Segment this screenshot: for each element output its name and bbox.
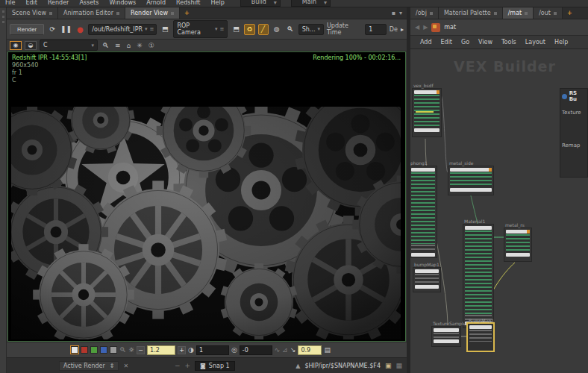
settings-icon[interactable]: ✳ xyxy=(135,42,144,49)
camera-selector[interactable]: ROP Camera▾≡ xyxy=(173,20,228,38)
node-bumpmap2-selected[interactable]: BumpMap1 xyxy=(466,322,495,352)
lightbulb-icon[interactable]: ◍ xyxy=(272,24,282,35)
mat-context-icon xyxy=(431,23,440,32)
shelf-main-select[interactable]: Main▾ xyxy=(291,0,331,7)
channel-selector[interactable]: C▾ xyxy=(40,40,98,51)
menu-file[interactable]: File xyxy=(0,0,20,7)
menu-add[interactable]: Add xyxy=(416,39,436,46)
close-icon[interactable]: ✕ xyxy=(123,363,128,369)
region-render-icon[interactable]: ╱ xyxy=(258,24,269,35)
tab-out[interactable]: /out xyxy=(534,7,563,19)
color-display-toggle[interactable]: ◉ xyxy=(10,41,22,50)
node-metal-side[interactable]: metal_side xyxy=(448,166,494,195)
home-view-icon[interactable]: ⌂ xyxy=(125,42,133,49)
tab-animation-editor[interactable]: Animation Editor xyxy=(58,7,125,19)
shader-button[interactable]: Sh...▾ xyxy=(298,24,324,35)
snap-next-icon[interactable]: + xyxy=(185,362,191,369)
rop-selector[interactable]: /out/Redshift_IPR▾≡ xyxy=(88,24,157,35)
breadcrumb-location[interactable]: mat xyxy=(444,24,456,31)
menu-layout[interactable]: Layout xyxy=(522,39,549,46)
list-icon[interactable]: ≡ xyxy=(113,42,122,49)
menu-help[interactable]: Help xyxy=(551,39,572,46)
channel-red-swatch[interactable] xyxy=(81,346,88,354)
pause-icon[interactable]: ❚❚ xyxy=(60,24,72,35)
chevron-right-icon[interactable]: ▸ xyxy=(401,26,404,33)
tab-obj[interactable]: /obj xyxy=(410,7,439,19)
render-toolbar: Render ⟳ ❚❚ ● /out/Redshift_IPR▾≡ ⬒ ROP … xyxy=(7,19,407,40)
tab-material-palette[interactable]: Material Palette xyxy=(439,7,503,19)
pane-menu-icon[interactable]: ▾ xyxy=(399,10,402,16)
node-phong[interactable]: phong1 xyxy=(410,166,437,258)
menu-view[interactable]: View xyxy=(475,39,496,46)
channel-green-swatch[interactable] xyxy=(90,346,98,354)
channel-blue-swatch[interactable] xyxy=(100,346,107,354)
grid-icon[interactable]: ▦ xyxy=(396,362,403,369)
lock-icon[interactable]: ▣ xyxy=(385,362,392,369)
node-badge-icon xyxy=(562,94,567,99)
node-metal-rs[interactable]: metal_rs xyxy=(504,228,532,262)
menu-redshift[interactable]: Redshift xyxy=(171,0,205,7)
node-texturesampler1[interactable]: TextureSampler1 xyxy=(431,326,461,347)
delay-label: De xyxy=(390,26,398,33)
exposure-increase-button[interactable]: + xyxy=(178,346,186,354)
pane-divider-rail[interactable] xyxy=(0,7,7,373)
main-menubar: File Edit Render Assets Windows Arnold R… xyxy=(0,0,588,7)
rop-jump-icon[interactable]: ⬒ xyxy=(160,24,170,35)
back-icon[interactable]: ◀ xyxy=(415,24,419,31)
ipr-update-icon[interactable]: ♻ xyxy=(244,24,254,35)
desktop-build-select[interactable]: Build▾ xyxy=(240,0,281,7)
new-tab-button[interactable]: + xyxy=(180,7,194,19)
network-graph[interactable]: VEX Builder vex_bsdf phong1 xyxy=(410,49,588,373)
exposure-decrease-button[interactable]: − xyxy=(137,346,145,354)
inspect-icon[interactable]: 🔍︎ xyxy=(119,346,126,354)
node-input-bar xyxy=(411,168,435,172)
channel-all-swatch[interactable] xyxy=(71,346,78,354)
menu-assets[interactable]: Assets xyxy=(74,0,104,7)
menu-edit[interactable]: Edit xyxy=(20,0,43,7)
magnify-icon[interactable]: 🔍︎ xyxy=(285,24,295,35)
refresh-icon[interactable]: ⟳ xyxy=(47,24,57,35)
menu-help[interactable]: Help xyxy=(206,0,230,7)
node-vex[interactable]: vex_bsdf xyxy=(412,88,442,137)
brightness-icon: ☼ xyxy=(128,346,134,354)
render-canvas[interactable]: Redshift IPR -14:55:43[1] 960x540 fr 1 C… xyxy=(7,51,406,342)
tab-mat[interactable]: /mat xyxy=(503,7,534,19)
menu-render[interactable]: Render xyxy=(43,0,74,7)
node-bumpmap1[interactable]: bumpMap1 xyxy=(413,267,441,292)
menu-edit[interactable]: Edit xyxy=(437,39,457,46)
contrast-input[interactable]: 1 xyxy=(196,345,229,355)
camera-jump-icon[interactable]: ⬒ xyxy=(231,24,241,35)
gamma-input[interactable]: 0.9 xyxy=(298,345,322,355)
node-material1[interactable]: Material1 xyxy=(463,224,494,328)
alpha-display-toggle[interactable]: ◒ xyxy=(25,41,37,50)
new-tab-button[interactable]: + xyxy=(563,7,577,19)
display-toolbar: ◉ ◒ C▾ 🔍︎ ≡ ⌂ ✳ ① xyxy=(7,40,407,51)
curve-icon[interactable]: ∿ xyxy=(275,346,281,354)
active-render-select[interactable]: Active Render⇕ xyxy=(59,361,119,371)
tab-render-view[interactable]: Render View xyxy=(125,7,180,19)
channel-luma-swatch[interactable] xyxy=(110,346,117,354)
image-icon: ▲ xyxy=(295,363,300,369)
exposure-input[interactable]: 1.2 xyxy=(147,345,175,355)
menu-tools[interactable]: Tools xyxy=(498,39,520,46)
zoom-tool-icon[interactable]: 🔍︎ xyxy=(101,42,110,49)
ramp-icon[interactable]: ⊿ xyxy=(282,346,288,354)
forward-icon[interactable]: ▶ xyxy=(423,24,428,31)
tab-scene-view[interactable]: Scene View xyxy=(7,7,58,19)
render-progress: Rendering 100% - 00:02:16... xyxy=(313,54,401,61)
snap-prev-icon[interactable]: − xyxy=(175,362,181,369)
menu-arnold[interactable]: Arnold xyxy=(141,0,171,7)
record-stop-icon[interactable]: ● xyxy=(75,24,85,35)
pane-maximize-icon[interactable]: ▪ xyxy=(392,10,395,16)
menu-go[interactable]: Go xyxy=(457,39,473,46)
offset-input[interactable]: -0 xyxy=(240,345,272,355)
camera-icon: ◙ xyxy=(200,363,206,369)
info-icon[interactable]: ① xyxy=(147,42,156,49)
lut-icon[interactable]: ▤ xyxy=(324,346,331,354)
menu-windows[interactable]: Windows xyxy=(104,0,141,7)
update-time-input[interactable]: 1 xyxy=(365,24,387,35)
snapshot-field[interactable]: ◙Snap 1 xyxy=(195,361,235,371)
render-button[interactable]: Render xyxy=(10,24,44,35)
node-input-bar xyxy=(414,90,440,94)
node-input-bar xyxy=(506,230,530,233)
